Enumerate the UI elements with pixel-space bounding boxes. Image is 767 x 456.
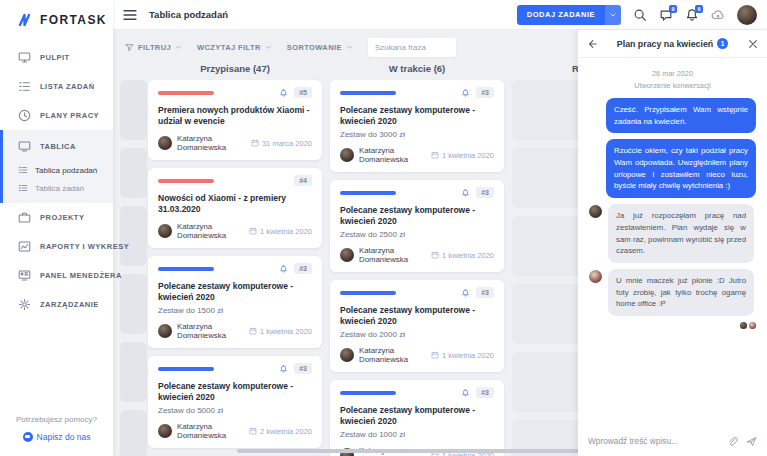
search-input[interactable] [368,38,456,57]
assignee-avatar [158,324,172,338]
card-color-bar [340,291,396,295]
send-message-icon[interactable] [746,436,757,447]
card-subtitle: Zestaw do 5000 zł [158,406,312,415]
load-filter-button[interactable]: WCZYTAJ FILTR [197,43,272,52]
back-arrow-icon[interactable] [587,39,597,49]
chat-bubble-icon [23,432,33,442]
subtask-count-badge: #5 [294,87,312,98]
notifications-bell-icon[interactable]: 6 [685,8,699,22]
card-top: #5 [158,87,312,98]
sidebar-subitem-tablica-zadań[interactable]: Tablica zadań [3,179,113,203]
column-header-w-trakcie: W trakcie (6) [330,63,504,74]
sender-avatar [589,205,602,218]
subtask-count-badge: #3 [476,87,494,98]
task-card[interactable]: #3Polecane zestawy komputerowe - kwiecie… [148,256,322,348]
card-subtitle: Zestaw do 2000 zł [340,330,494,339]
card-meta: Katarzyna Domaniewska2 kwietnia 2020 [158,422,312,440]
user-avatar[interactable] [737,5,757,25]
card-color-bar [340,191,396,195]
due-date: 1 kwietnia 2020 [431,251,494,260]
chevron-down-icon[interactable] [605,5,621,25]
read-receipt-avatar [740,322,747,329]
task-card[interactable]: #3Polecane zestawy komputerowe - kwiecie… [330,380,504,456]
sidebar-item-label: RAPORTY I WYKRESY [40,242,129,251]
assignee-name: Katarzyna Domaniewska [177,222,249,240]
task-card[interactable]: #3Polecane zestawy komputerowe - kwiecie… [330,280,504,372]
calendar-icon [431,251,439,259]
sidebar-item-tablica[interactable]: TABLICA [3,130,113,161]
sidebar-item-projekty[interactable]: PROJEKTY [0,203,113,232]
message-sent: Rzućcie okiem, czy taki podział pracy Wa… [606,139,756,198]
sidebar-item-plany-pracy[interactable]: PLANY PRACY [0,101,113,130]
skeleton-card [120,80,147,140]
card-top: #4 [158,175,312,186]
subtask-count-badge: #3 [294,363,312,374]
card-meta: Katarzyna Domaniewska1 kwietnia 2020 [158,222,312,240]
message-row: U mnie maczek już płonie :D Jutro foty z… [589,269,756,316]
filter-bar: FILTRUJ WCZYTAJ FILTR SORTOWANIE [125,37,456,57]
skeleton-card [120,206,147,266]
assignee-avatar [158,224,172,238]
conversation-messages: 26 mar 2020 Utworzenie konwersacji Cześć… [578,58,767,426]
task-card[interactable]: #3Polecane zestawy komputerowe - kwiecie… [330,180,504,272]
clock-icon [18,109,31,122]
due-date: 1 kwietnia 2020 [431,351,494,360]
brand-name: FORTASK [40,13,107,27]
search-icon[interactable] [633,8,647,22]
task-card[interactable]: #3Polecane zestawy komputerowe - kwiecie… [330,80,504,172]
sidebar-nav: PULPITLISTA ZADAŃPLANY PRACYTABLICATabli… [0,43,113,319]
card-title: Polecane zestawy komputerowe - kwiecień … [340,105,494,127]
board-icon [18,140,31,153]
task-card[interactable]: #5Premiera nowych produktów Xiaomi - udz… [148,80,322,160]
card-subtitle: Zestaw do 3000 zł [340,130,494,139]
filter-button[interactable]: FILTRUJ [125,43,182,52]
subtask-count-badge: #3 [294,263,312,274]
card-top: #3 [158,263,312,274]
sidebar-item-raporty-i-wykresy[interactable]: RAPORTY I WYKRESY [0,232,113,261]
due-date: 1 kwietnia 2020 [431,151,494,160]
sub-list-icon [18,165,28,175]
dashboard-icon [18,269,31,282]
app-window: FORTASK PULPITLISTA ZADAŃPLANY PRACYTABL… [0,0,767,456]
card-title: Polecane zestawy komputerowe - kwiecień … [158,281,312,303]
conversation-date: 26 mar 2020 [589,69,756,78]
message-sent: Cześć. Przypisałem Wam wstępnie zadania … [606,98,756,133]
sidebar-item-pulpit[interactable]: PULPIT [0,43,113,72]
card-color-bar [158,179,214,183]
sidebar-subitem-tablica-podzadań[interactable]: Tablica podzadań [3,161,113,179]
contact-us-link[interactable]: Napisz do nas [23,432,91,442]
sidebar-item-lista-zadań[interactable]: LISTA ZADAŃ [0,72,113,101]
prev-column-skeleton [120,80,147,456]
card-color-bar [158,367,214,371]
hamburger-menu-icon[interactable] [123,8,137,22]
sidebar-item-label: PLANY PRACY [40,111,99,120]
calendar-icon [431,351,439,359]
chevron-down-icon [175,44,182,51]
card-meta: Katarzyna Domaniewska1 kwietnia 2020 [158,322,312,340]
briefcase-icon [18,211,31,224]
task-card[interactable]: #4Nowości od Xiaomi - z premiery 31.03.2… [148,168,322,248]
sidebar-item-zarządzanie[interactable]: ZARZĄDZANIE [0,290,113,319]
card-color-bar [158,267,214,271]
chevron-down-icon [346,44,353,51]
close-icon[interactable] [748,39,758,49]
message-input-bar [578,426,767,456]
help-question: Potrzebujesz pomocy? [0,415,113,424]
skeleton-card [120,274,147,334]
monitor-icon [18,51,31,64]
task-card[interactable]: #3Polecane zestawy komputerowe - kwiecie… [148,356,322,448]
alarm-bell-icon [279,264,288,274]
cloud-upload-icon[interactable] [711,8,725,22]
sort-button[interactable]: SORTOWANIE [287,43,353,52]
subtask-count-badge: #3 [476,187,494,198]
card-color-bar [158,91,214,95]
card-top: #3 [340,287,494,298]
messages-icon[interactable]: 9 [659,8,673,22]
message-input[interactable] [588,436,719,446]
card-title: Polecane zestawy komputerowe - kwiecień … [158,381,312,403]
card-meta: Katarzyna Domaniewska1 kwietnia 2020 [340,146,494,164]
add-task-button[interactable]: DODAJ ZADANIE [517,5,621,25]
attachment-paperclip-icon[interactable] [727,436,738,447]
calendar-icon [249,227,257,235]
sidebar-item-panel-menedżera[interactable]: PANEL MENEDŻERA [0,261,113,290]
